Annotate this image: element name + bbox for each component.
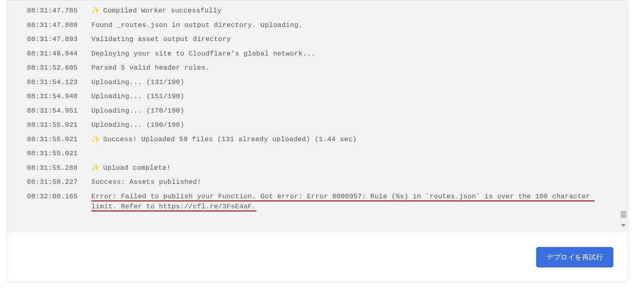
log-timestamp: 08:31:54.951 (27, 106, 91, 116)
log-message: Uploading... (151/190) (91, 91, 608, 102)
log-message: Success: Assets published! (91, 177, 608, 187)
log-text: Compiled Worker successfully (103, 7, 221, 14)
log-timestamp: 08:31:55.021 (27, 120, 91, 130)
log-row: 08:31:47.893Validating asset output dire… (27, 32, 608, 47)
log-row: 08:31:54.951Uploading... (170/190) (27, 104, 608, 118)
log-row: 08:31:49.944Deploying your site to Cloud… (27, 47, 608, 61)
log-message: Uploading... (190/190) (91, 120, 608, 130)
log-timestamp: 08:31:49.944 (27, 49, 91, 59)
log-row: 08:31:58.227Success: Assets published! (27, 175, 608, 189)
log-timestamp: 08:31:47.893 (27, 34, 91, 45)
log-text: Upload complete! (103, 164, 171, 172)
log-message: Uploading... (131/190) (91, 77, 608, 88)
log-text: Deploying your site to Cloudflare's glob… (91, 50, 316, 58)
log-text: Parsed 5 valid header rules. (91, 64, 210, 72)
log-row: 08:31:47.785✨Compiled Worker successfull… (27, 4, 608, 18)
log-row: 08:31:55.021✨Success! Uploaded 59 files … (27, 132, 608, 147)
log-panel[interactable]: 08:31:47.785✨Compiled Worker successfull… (7, 0, 628, 232)
log-timestamp: 08:31:55.021 (27, 134, 91, 145)
log-timestamp: 08:31:55.021 (27, 148, 91, 159)
sparkle-icon: ✨ (91, 164, 100, 172)
log-message: Uploading... (170/190) (91, 106, 608, 116)
log-row: 08:31:55.288✨Upload complete! (27, 161, 608, 175)
log-timestamp: 08:31:54.123 (27, 77, 91, 88)
log-row: 08:31:55.021Uploading... (190/190) (27, 118, 608, 132)
log-message: Parsed 5 valid header rules. (91, 63, 608, 73)
log-rows-container: 08:31:47.785✨Compiled Worker successfull… (27, 4, 608, 214)
log-message: ✨Upload complete! (91, 163, 608, 173)
log-message: Found _routes.json in output directory. … (91, 20, 608, 31)
log-timestamp: 08:31:54.940 (27, 91, 91, 102)
log-timestamp: 08:31:47.880 (27, 20, 91, 31)
sparkle-icon: ✨ (91, 7, 100, 14)
log-timestamp: 08:31:52.605 (27, 63, 91, 73)
log-row: 08:31:52.605Parsed 5 valid header rules. (27, 61, 608, 75)
log-text: Uploading... (131/190) (91, 78, 184, 86)
log-text: Error: Failed to publish your Function. … (91, 193, 594, 212)
log-text: Success! Uploaded 59 files (131 already … (103, 136, 357, 143)
log-text: Validating asset output directory (91, 35, 231, 43)
log-text: Success: Assets published! (91, 178, 201, 186)
log-message: ✨Success! Uploaded 59 files (131 already… (91, 134, 608, 145)
log-timestamp: 08:31:47.785 (27, 6, 91, 16)
log-message: Validating asset output directory (91, 34, 608, 45)
log-row: 08:31:55.021 (27, 146, 608, 161)
log-row: 08:32:00.165Error: Failed to publish you… (27, 189, 608, 214)
log-timestamp: 08:31:58.227 (27, 177, 91, 187)
log-message: ✨Compiled Worker successfully (91, 6, 608, 16)
sparkle-icon: ✨ (91, 136, 100, 143)
log-row: 08:31:54.940Uploading... (151/190) (27, 89, 608, 104)
scrollbar-track[interactable] (620, 0, 627, 232)
footer-bar: デプロイを再試行 (7, 232, 628, 282)
log-text: Uploading... (190/190) (91, 121, 184, 129)
log-row: 08:31:47.880Found _routes.json in output… (27, 18, 608, 33)
log-text: Uploading... (170/190) (91, 107, 184, 115)
log-timestamp: 08:31:55.288 (27, 163, 91, 173)
scrollbar-thumb[interactable] (621, 211, 626, 218)
log-error-message: Error: Failed to publish your Function. … (91, 191, 608, 212)
retry-deploy-button[interactable]: デプロイを再試行 (536, 247, 613, 267)
deploy-log-card: 08:31:47.785✨Compiled Worker successfull… (6, 0, 628, 282)
log-timestamp: 08:32:00.165 (27, 191, 91, 202)
log-message: Deploying your site to Cloudflare's glob… (91, 49, 608, 59)
log-row: 08:31:54.123Uploading... (131/190) (27, 75, 608, 90)
log-text: Found _routes.json in output directory. … (91, 21, 303, 29)
log-text: Uploading... (151/190) (91, 93, 184, 100)
scrollbar-down-arrow-icon[interactable] (621, 224, 626, 227)
